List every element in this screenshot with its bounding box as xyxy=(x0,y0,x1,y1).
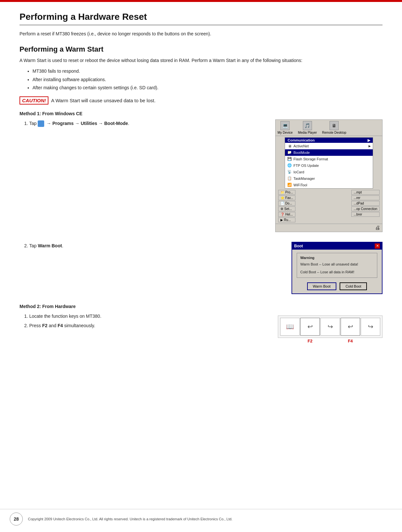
wifitool-icon: 📶 xyxy=(287,182,292,188)
boot-dialog-title: Boot xyxy=(294,244,303,248)
win-screenshot-image: 💻 My Device 🎵 Media Player 🖥 Remote Desk… xyxy=(275,119,383,232)
boot-dialog-body: Warning Warm Boot -- Lose all unsaved da… xyxy=(292,250,382,293)
intro-text: Perform a reset if MT380 freezes (i.e., … xyxy=(19,31,383,37)
boot-dialog-titlebar: Boot ✕ xyxy=(292,242,382,250)
activenet-icon: 🖥 xyxy=(287,143,292,149)
method2-step1: Locate the function keys on MT380. xyxy=(29,312,268,320)
iocard-icon: 📡 xyxy=(287,169,292,175)
right-menu-mpt: ...mpt xyxy=(351,190,380,195)
step2-list: Tap Warm Boot. xyxy=(29,242,282,250)
key-f3: ↪ xyxy=(320,318,340,336)
method1-text: Tap → Programs → Utilities → Boot-Mode. xyxy=(19,119,266,129)
win-menu: Communication ▶ 🖥 ActiveNet ▶ 📁 BootMode xyxy=(285,137,373,189)
left-menu-doc: 📄 Do... xyxy=(278,201,295,206)
method2-heading: Method 2: From Hardware xyxy=(19,304,383,309)
win-taskbar: 💻 My Device 🎵 Media Player 🖥 Remote Desk… xyxy=(276,120,382,136)
warning-label: Warning xyxy=(300,256,374,260)
right-menu-brer: ...brer xyxy=(351,212,380,217)
key-f5: ↪ xyxy=(361,318,380,336)
win-menu-item-activenet[interactable]: 🖥 ActiveNet ▶ xyxy=(285,143,373,149)
key-label-f4: F4 xyxy=(341,339,360,343)
method1-heading: Method 1: From Windows CE xyxy=(19,111,383,116)
taskbar-my-device: 💻 My Device xyxy=(278,121,293,134)
keyboard-image: 📖 ↩ ↪ ↩ ↪ F2 F4 xyxy=(278,315,383,343)
warning-line1: Warm Boot -- Lose all unsaved data! xyxy=(300,262,374,267)
key-row: 📖 ↩ ↪ ↩ ↪ xyxy=(278,315,383,338)
key-f4: ↩ xyxy=(341,318,360,336)
warning-group: Warning Warm Boot -- Lose all unsaved da… xyxy=(297,253,377,278)
footer-copyright: Copyright 2009 Unitech Electronics Co., … xyxy=(28,517,232,521)
step1: Tap → Programs → Utilities → Boot-Mode. xyxy=(29,119,266,128)
footer: 28 Copyright 2009 Unitech Electronics Co… xyxy=(0,509,402,526)
win-menu-item-flash[interactable]: 💾 Flash Storage Format xyxy=(285,156,373,162)
win-menu-item-taskmanager[interactable]: 📋 TaskManager xyxy=(285,175,373,182)
method2-step2: Press F2 and F4 simultaneously. xyxy=(29,322,268,330)
method1-step2-text: Tap Warm Boot. xyxy=(19,242,282,251)
my-device-label: My Device xyxy=(278,131,293,134)
remote-desktop-icon: 🖥 xyxy=(330,121,339,130)
key-f1: 📖 xyxy=(280,318,300,336)
left-menu-fav: ⭐ Fav... xyxy=(278,195,295,200)
media-player-icon: 🎵 xyxy=(303,121,312,130)
boot-dialog-close-button[interactable]: ✕ xyxy=(375,243,380,249)
key-label-blank1 xyxy=(280,339,300,343)
section1-body: A Warm Start is used to reset or reboot … xyxy=(19,57,383,64)
bootmode-label: BootMode xyxy=(293,151,310,155)
page-number: 28 xyxy=(10,513,23,526)
key-f2: ↩ xyxy=(300,318,320,336)
win-menu-item-ftp[interactable]: 🌐 FTP OS Update xyxy=(285,162,373,169)
right-menu-dpad: ...dPad xyxy=(351,201,380,206)
taskbar-media-player: 🎵 Media Player xyxy=(298,121,317,134)
left-menu-hel: ❓ Hel... xyxy=(278,212,295,217)
warm-boot-button[interactable]: Warm Boot xyxy=(307,282,337,290)
boot-dialog: Boot ✕ Warning Warm Boot -- Lose all uns… xyxy=(292,242,383,294)
tap-icon xyxy=(38,120,44,127)
caution-box: CAUTION! A Warm Start will cause unsaved… xyxy=(19,96,383,105)
taskmanager-icon: 📋 xyxy=(287,176,292,181)
key-label-f2: F2 xyxy=(300,339,320,343)
bullet-list: MT380 fails to respond. After installing… xyxy=(32,67,383,92)
method2-text: Locate the function keys on MT380. Press… xyxy=(19,312,268,331)
left-menu-prog: 📁 Pro... xyxy=(278,190,295,195)
method1-step2-block: Tap Warm Boot. Boot ✕ Warning Warm Boot … xyxy=(19,242,383,294)
method2-block: Locate the function keys on MT380. Press… xyxy=(19,312,383,343)
iocard-label: IoCard xyxy=(293,170,304,174)
win-menu-item-iocard[interactable]: 📡 IoCard xyxy=(285,169,373,175)
win-menu-item-wifitool[interactable]: 📶 WiFiTool xyxy=(285,182,373,188)
win-ce-screenshot: 💻 My Device 🎵 Media Player 🖥 Remote Desk… xyxy=(275,119,383,232)
caution-text: A Warm Start will cause unsaved data to … xyxy=(51,98,155,103)
media-player-label: Media Player xyxy=(298,131,317,134)
section1-title: Performing a Warm Start xyxy=(19,45,383,54)
ftp-label: FTP OS Update xyxy=(293,164,319,167)
page-title: Performing a Hardware Reset xyxy=(19,12,383,25)
method2-step-list: Locate the function keys on MT380. Press… xyxy=(29,312,268,330)
boot-buttons: Warm Boot Cold Boot xyxy=(297,282,377,290)
ftp-icon: 🌐 xyxy=(287,163,292,168)
step2: Tap Warm Boot. xyxy=(29,242,282,250)
right-menu-rer: ...rer xyxy=(351,195,380,200)
win-bottom-bar: 🖨 xyxy=(276,224,382,232)
activenet-label: ActiveNet xyxy=(293,144,309,148)
wifitool-label: WiFiTool xyxy=(293,183,307,187)
taskmanager-label: TaskManager xyxy=(293,177,315,180)
bootmode-icon: 📁 xyxy=(287,150,292,155)
activenet-arrow: ▶ xyxy=(369,144,371,148)
win-menu-item-bootmode[interactable]: 📁 BootMode xyxy=(285,149,373,156)
list-item: After making changes to certain system s… xyxy=(32,84,383,92)
left-menu-run: ▶ Ru... xyxy=(278,217,295,222)
win-menu-header: Communication ▶ xyxy=(285,138,373,143)
remote-desktop-label: Remote Desktop xyxy=(322,131,346,134)
method1-block: Tap → Programs → Utilities → Boot-Mode. … xyxy=(19,119,383,232)
list-item: After installing software applications. xyxy=(32,76,383,84)
list-item: MT380 fails to respond. xyxy=(32,67,383,75)
key-label-blank3 xyxy=(361,339,380,343)
win-start-icon: 🖨 xyxy=(375,225,380,231)
left-menu: 📁 Pro... ⭐ Fav... 📄 Do... ⚙ Set... ❓ Hel… xyxy=(278,190,295,222)
cold-boot-button[interactable]: Cold Boot xyxy=(340,282,367,290)
right-menu: ...mpt ...rer ...dPad ...op Connection .… xyxy=(351,190,380,222)
key-label-blank2 xyxy=(320,339,340,343)
caution-label: CAUTION! xyxy=(19,96,48,105)
boot-dialog-image: Boot ✕ Warning Warm Boot -- Lose all uns… xyxy=(292,242,383,294)
step-list: Tap → Programs → Utilities → Boot-Mode. xyxy=(29,119,266,128)
left-menu-set: ⚙ Set... xyxy=(278,206,295,211)
